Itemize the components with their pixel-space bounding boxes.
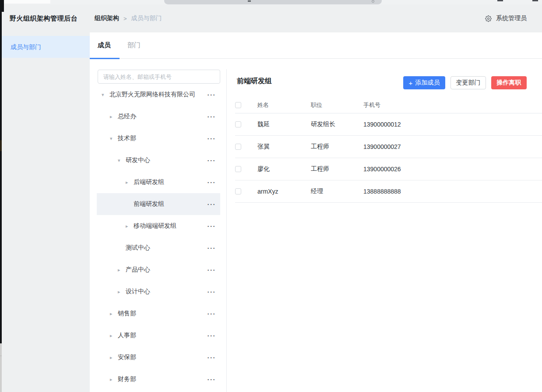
row-checkbox[interactable] [235, 166, 241, 172]
tree-node[interactable]: ▸ 财务部 ··· [97, 368, 220, 390]
department-tree-panel: ▾ 北京野火无限网络科技有限公司 ··· ▸ 总经办 ··· ▾ 技术部 ···… [90, 59, 226, 392]
page-title: 前端研发组 [237, 77, 272, 86]
ellipsis-icon[interactable]: ··· [208, 376, 221, 383]
caret-right-icon[interactable]: ▸ [118, 267, 126, 273]
cell-phone: 13900000012 [363, 121, 542, 128]
tree-node[interactable]: ▸ 销售部 ··· [97, 303, 220, 325]
caret-down-icon[interactable]: ▾ [110, 136, 118, 141]
add-member-button[interactable]: + 添加成员 [403, 76, 445, 89]
desktop-edge [0, 356, 2, 356]
ellipsis-icon[interactable]: ··· [208, 91, 221, 99]
tree-node-label: 销售部 [118, 310, 136, 318]
column-header-position: 职位 [311, 101, 363, 109]
app-window: 野火组织架构管理后台 组织架构 > 成员与部门 系统管理员 成员与部门 成员 部… [0, 0, 542, 392]
browser-chrome-strip [0, 0, 542, 4]
tree-node-label: 移动端端研发组 [134, 222, 176, 230]
tree-node[interactable]: 测试中心 ··· [97, 237, 220, 259]
row-checkbox[interactable] [235, 144, 241, 150]
ellipsis-icon[interactable]: ··· [208, 135, 221, 142]
ellipsis-icon[interactable]: ··· [208, 222, 221, 230]
cell-phone: 13900000026 [363, 166, 542, 173]
browser-tab-fragment [4, 0, 50, 4]
header-user-area[interactable]: 系统管理员 [485, 14, 527, 22]
tree-node[interactable]: ▸ 安保部 ··· [97, 346, 220, 368]
tab-members[interactable]: 成员 [98, 41, 111, 49]
ellipsis-icon[interactable]: ··· [208, 157, 221, 164]
table-row[interactable]: 张翼 工程师 13900000027 [235, 136, 542, 158]
caret-right-icon[interactable]: ▸ [126, 223, 134, 229]
ellipsis-icon[interactable]: ··· [208, 266, 221, 274]
tab-departments[interactable]: 部门 [127, 41, 141, 49]
ellipsis-icon[interactable]: ··· [208, 354, 221, 361]
tree-node[interactable]: ▾ 研发中心 ··· [97, 149, 220, 171]
caret-down-icon[interactable]: ▾ [102, 92, 109, 98]
sidebar-item-members-departments[interactable]: 成员与部门 [0, 36, 90, 58]
caret-right-icon[interactable]: ▸ [126, 180, 134, 185]
tree-node-label: 财务部 [118, 375, 136, 383]
tree-node[interactable]: ▸ 后端研发组 ··· [97, 171, 220, 193]
tree-node[interactable]: ▸ 移动端端研发组 ··· [97, 215, 220, 237]
ellipsis-icon[interactable]: ··· [208, 288, 221, 296]
table-row[interactable]: 廖化 工程师 13900000026 [235, 158, 542, 180]
breadcrumb-section[interactable]: 组织架构 [95, 14, 119, 22]
search-input[interactable] [98, 70, 220, 84]
main-content: 成员 部门 ▾ 北京野火无限网络科技有限公司 ··· ▸ 总经办 ··· ▾ [90, 32, 542, 392]
browser-toolbar-icon [497, 0, 503, 1]
gear-icon[interactable] [485, 15, 492, 22]
caret-right-icon[interactable]: ▸ [110, 311, 118, 317]
tree-node[interactable]: ▾ 北京野火无限网络科技有限公司 ··· [97, 84, 220, 106]
desktop-edge [0, 12, 2, 343]
ellipsis-icon[interactable]: ··· [208, 332, 221, 339]
tree-node-label: 产品中心 [126, 266, 150, 274]
ellipsis-icon[interactable]: ··· [208, 179, 221, 186]
app-title: 野火组织架构管理后台 [10, 14, 77, 23]
tree-node-label: 技术部 [118, 134, 136, 142]
column-header-name: 姓名 [257, 101, 311, 109]
cell-position: 研发组长 [311, 120, 363, 128]
row-checkbox[interactable] [235, 188, 241, 194]
tree-node[interactable]: ▸ 人事部 ··· [97, 325, 220, 346]
caret-right-icon[interactable]: ▸ [118, 289, 126, 295]
address-bar-text-fragment [248, 0, 251, 2]
add-member-label: 添加成员 [415, 79, 440, 87]
cell-name: armXyz [257, 188, 311, 195]
change-department-button[interactable]: 变更部门 [450, 76, 486, 89]
caret-right-icon[interactable]: ▸ [110, 333, 118, 339]
tree-node[interactable]: ▾ 技术部 ··· [97, 127, 220, 149]
member-table: 姓名 职位 手机号 魏延 研发组长 13900000012 张翼 工程师 139… [235, 97, 542, 203]
ellipsis-icon[interactable]: ··· [208, 244, 221, 252]
ellipsis-icon[interactable]: ··· [208, 310, 221, 318]
ellipsis-icon[interactable]: ··· [208, 201, 221, 208]
caret-right-icon[interactable]: ▸ [110, 355, 118, 360]
reload-icon [372, 0, 374, 3]
cell-position: 工程师 [311, 165, 363, 173]
user-name[interactable]: 系统管理员 [496, 14, 527, 22]
address-bar-fragment [164, 0, 382, 4]
table-row[interactable]: armXyz 经理 13888888888 [235, 180, 542, 203]
caret-down-icon[interactable]: ▾ [118, 158, 126, 163]
browser-toolbar-icon [532, 0, 538, 1]
breadcrumb-separator: > [123, 15, 127, 22]
tree-node[interactable]: ▸ 总经办 ··· [97, 106, 220, 127]
table-row[interactable]: 魏延 研发组长 13900000012 [235, 113, 542, 136]
tree-node-label: 前端研发组 [134, 200, 164, 208]
resign-button[interactable]: 操作离职 [491, 76, 527, 89]
sidebar: 成员与部门 [0, 32, 90, 392]
breadcrumb: 组织架构 > 成员与部门 [95, 14, 162, 22]
member-panel: 前端研发组 + 添加成员 变更部门 操作离职 姓名 职位 手机号 [226, 32, 542, 392]
row-checkbox[interactable] [235, 121, 241, 127]
department-tree: ▾ 北京野火无限网络科技有限公司 ··· ▸ 总经办 ··· ▾ 技术部 ···… [97, 84, 220, 390]
page-header: 野火组织架构管理后台 组织架构 > 成员与部门 系统管理员 [0, 4, 542, 32]
caret-right-icon[interactable]: ▸ [110, 377, 118, 382]
ellipsis-icon[interactable]: ··· [208, 113, 221, 120]
cell-name: 张翼 [257, 143, 311, 151]
tree-node-selected[interactable]: 前端研发组 ··· [97, 193, 220, 215]
caret-right-icon[interactable]: ▸ [110, 114, 118, 120]
table-header: 姓名 职位 手机号 [235, 97, 542, 113]
plus-icon: + [409, 80, 413, 86]
cell-name: 廖化 [257, 165, 311, 173]
select-all-checkbox[interactable] [235, 102, 241, 108]
tree-node[interactable]: ▸ 设计中心 ··· [97, 281, 220, 303]
tree-node-label: 设计中心 [126, 288, 150, 296]
tree-node[interactable]: ▸ 产品中心 ··· [97, 259, 220, 281]
